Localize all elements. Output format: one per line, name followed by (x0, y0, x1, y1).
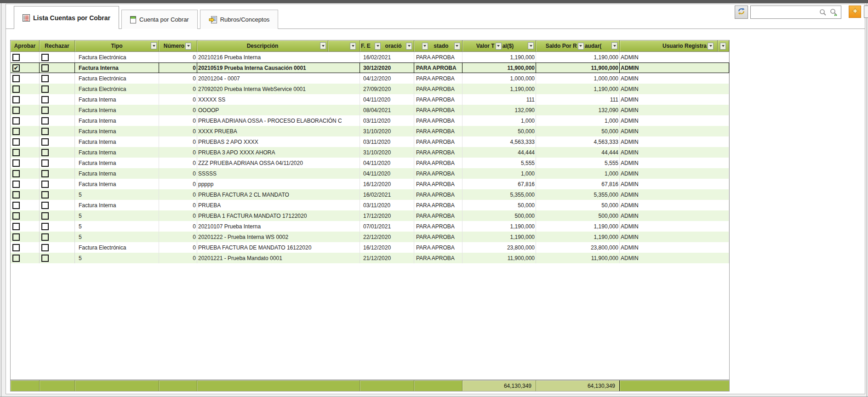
cell-valor-total[interactable]: 1,000 (463, 168, 536, 179)
cell-saldo-por-recaudar[interactable]: 67,816 (536, 179, 620, 189)
cell-tipo[interactable]: Factura Electrónica (75, 73, 159, 84)
cell-valor-total[interactable]: 500,000 (463, 210, 536, 221)
cell-numero[interactable]: 0 (159, 126, 197, 136)
cell-tipo[interactable]: Factura Interna (75, 63, 159, 73)
cell-valor-total[interactable]: 1,190,000 (463, 52, 536, 62)
cell-valor-total[interactable]: 1,000,000 (463, 73, 536, 84)
cell-usuario-registra[interactable]: ADMIN (620, 179, 729, 189)
cell-numero[interactable]: 0 (159, 136, 197, 147)
filter-dropdown-icon[interactable] (496, 43, 502, 50)
rechazar-checkbox[interactable] (41, 75, 49, 82)
cell-fecha[interactable]: 16/02/2021 (360, 189, 414, 200)
cell-usuario-registra[interactable]: ADMIN (620, 115, 729, 126)
cell-estado[interactable]: PARA APROBA (414, 242, 463, 253)
cell-valor-total[interactable]: 11,900,000 (463, 63, 536, 73)
search-next-icon[interactable] (829, 8, 838, 17)
aprobar-checkbox[interactable] (12, 138, 20, 146)
cell-saldo-por-recaudar[interactable]: 11,900,000 (536, 63, 620, 73)
tab-cuenta-por-cobrar[interactable]: Cuenta por Cobrar (121, 10, 198, 29)
rechazar-checkbox[interactable] (41, 233, 49, 241)
cell-fecha[interactable]: 16/12/2020 (360, 179, 414, 189)
cell-descripcion[interactable]: 20210519 Prueba Interna Causación 0001 (197, 63, 360, 73)
rechazar-checkbox[interactable] (41, 223, 49, 230)
table-row[interactable]: ✔Factura Interna020210519 Prueba Interna… (11, 62, 729, 73)
aprobar-checkbox[interactable] (12, 96, 20, 103)
cell-estado[interactable]: PARA APROBA (414, 210, 463, 221)
cell-numero[interactable]: 0 (159, 52, 197, 62)
cell-usuario-registra[interactable]: ADMIN (620, 158, 729, 168)
table-row[interactable]: Factura Interna0PRUEBA 3 APO XXXX AHORA3… (11, 147, 729, 158)
cell-usuario-registra[interactable]: ADMIN (620, 232, 729, 242)
cell-valor-total[interactable]: 50,000 (463, 126, 536, 136)
cell-numero[interactable]: 0 (159, 179, 197, 189)
cell-usuario-registra[interactable]: ADMIN (620, 168, 729, 179)
table-row[interactable]: Factura Electrónica0PRUEBA FACTURA DE MA… (11, 242, 729, 253)
cell-numero[interactable]: 0 (159, 168, 197, 179)
cell-valor-total[interactable]: 23,800,000 (463, 242, 536, 253)
cell-valor-total[interactable]: 5,355,000 (463, 189, 536, 200)
cell-descripcion[interactable]: PRUEBA FACTURA DE MANDATO 16122020 (197, 242, 360, 253)
cell-numero[interactable]: 0 (159, 253, 197, 263)
cell-descripcion[interactable]: OOOOP (197, 105, 360, 115)
refresh-button[interactable] (735, 6, 748, 19)
cell-usuario-registra[interactable]: ADMIN (620, 73, 729, 84)
aprobar-checkbox[interactable] (12, 202, 20, 209)
cell-saldo-por-recaudar[interactable]: 5,355,000 (536, 189, 620, 200)
cell-descripcion[interactable]: PRUEBAS 2 APO XXXX (197, 136, 360, 147)
aprobar-checkbox[interactable] (12, 233, 20, 241)
aprobar-checkbox[interactable] (12, 117, 20, 125)
column-header-numero[interactable]: Número (159, 40, 197, 51)
cell-usuario-registra[interactable]: ADMIN (620, 136, 729, 147)
cell-valor-total[interactable]: 132,090 (463, 105, 536, 115)
cell-descripcion[interactable]: SSSSS (197, 168, 360, 179)
cell-saldo-por-recaudar[interactable]: 500,000 (536, 210, 620, 221)
cell-valor-total[interactable]: 5,555 (463, 158, 536, 168)
aprobar-checkbox[interactable] (12, 255, 20, 262)
rechazar-checkbox[interactable] (41, 244, 49, 251)
cell-estado[interactable]: PARA APROBA (414, 189, 463, 200)
cell-descripcion[interactable]: XXXXX SS (197, 94, 360, 105)
cell-usuario-registra[interactable]: ADMIN (620, 147, 729, 158)
cell-tipo[interactable]: Factura Interna (75, 158, 159, 168)
filter-dropdown-icon[interactable] (320, 42, 326, 49)
aprobar-checkbox[interactable] (12, 181, 20, 188)
cell-tipo[interactable]: Factura Interna (75, 147, 159, 158)
table-row[interactable]: 50PRUEBA 1 FACTURA MANDATO 1712202017/12… (11, 210, 729, 221)
rechazar-checkbox[interactable] (41, 212, 49, 220)
cell-fecha[interactable]: 22/12/2020 (360, 232, 414, 242)
cell-fecha[interactable]: 31/10/2020 (360, 147, 414, 158)
cell-usuario-registra[interactable]: ADMIN (620, 221, 729, 232)
cell-valor-total[interactable]: 50,000 (463, 200, 536, 210)
cell-fecha[interactable]: 21/12/2020 (360, 253, 414, 263)
cell-saldo-por-recaudar[interactable]: 23,800,000 (536, 242, 620, 253)
cell-estado[interactable]: PARA APROBA (414, 221, 463, 232)
aprobar-checkbox[interactable]: ✔ (12, 64, 20, 72)
filter-dropdown-icon[interactable] (578, 43, 584, 50)
cell-usuario-registra[interactable]: ADMIN (620, 105, 729, 115)
aprobar-checkbox[interactable] (12, 159, 20, 167)
aprobar-checkbox[interactable] (12, 128, 20, 135)
cell-fecha[interactable]: 04/11/2020 (360, 158, 414, 168)
cell-descripcion[interactable]: XXXX PRUEBA (197, 126, 360, 136)
table-row[interactable]: Factura Electrónica020201204 - 000704/12… (11, 73, 729, 84)
cell-fecha[interactable]: 03/11/2020 (360, 200, 414, 210)
rechazar-checkbox[interactable] (41, 202, 49, 209)
column-header-tail-spacer[interactable] (718, 40, 729, 51)
search-icon[interactable] (819, 9, 827, 16)
cell-numero[interactable]: 0 (159, 158, 197, 168)
rechazar-checkbox[interactable] (41, 181, 49, 188)
table-row[interactable]: Factura Interna0XXXXX SS04/11/2020PARA A… (11, 94, 729, 105)
cell-usuario-registra[interactable]: ADMIN (620, 189, 729, 200)
cell-numero[interactable]: 0 (159, 210, 197, 221)
cell-fecha[interactable]: 30/12/2020 (360, 63, 414, 73)
cell-fecha[interactable]: 04/12/2020 (360, 73, 414, 84)
filter-dropdown-icon[interactable] (422, 43, 428, 50)
cell-descripcion[interactable]: PRUEBA (197, 200, 360, 210)
column-header-estado[interactable]: stado (414, 40, 463, 51)
cell-estado[interactable]: PARA APROBA (414, 168, 463, 179)
cell-descripcion[interactable]: PRUEBA ADRIANA OSSA - PROCESO ELABORACIÓ… (197, 115, 360, 126)
cell-fecha[interactable]: 31/10/2020 (360, 126, 414, 136)
cell-tipo[interactable]: 5 (75, 210, 159, 221)
filter-dropdown-icon[interactable] (611, 42, 617, 49)
cell-numero[interactable]: 0 (159, 147, 197, 158)
